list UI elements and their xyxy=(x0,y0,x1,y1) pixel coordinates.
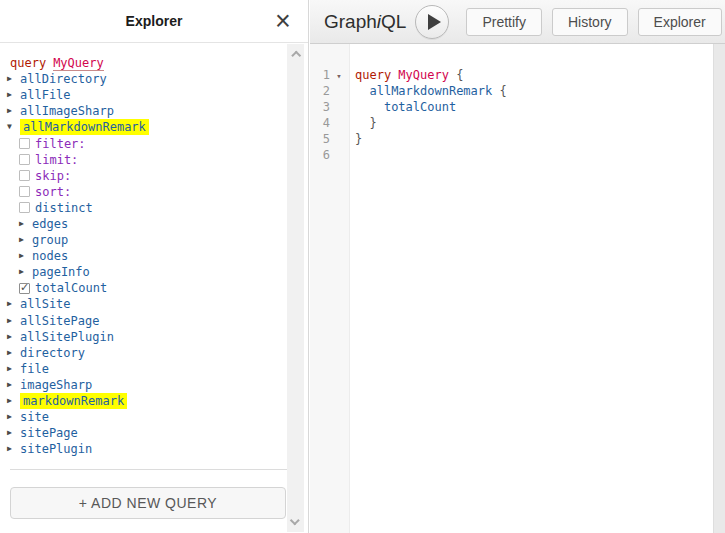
code-line-3[interactable]: totalCount xyxy=(355,100,713,116)
code-token: MyQuery xyxy=(398,68,456,82)
code-line-5[interactable]: } xyxy=(355,132,713,148)
editor-code[interactable]: query MyQuery { allMarkdownRemark { tota… xyxy=(350,44,713,533)
chevron-right-icon[interactable]: ▶ xyxy=(7,397,20,405)
query-root-row[interactable]: query MyQuery xyxy=(7,55,284,71)
line-number: 4 xyxy=(310,116,330,132)
chevron-right-icon[interactable]: ▶ xyxy=(7,75,20,83)
field-label[interactable]: group xyxy=(32,233,68,247)
scroll-up-icon[interactable] xyxy=(287,46,304,61)
code-token: } xyxy=(369,116,376,130)
execute-button[interactable] xyxy=(415,5,449,39)
chevron-right-icon[interactable]: ▶ xyxy=(7,429,20,437)
scroll-down-icon[interactable] xyxy=(287,515,304,530)
tree-row-totalCount[interactable]: totalCount xyxy=(19,280,284,296)
tree-row-allFile[interactable]: ▶allFile xyxy=(7,87,284,103)
explorer-toggle-button[interactable]: Explorer xyxy=(638,8,722,36)
fold-spacer xyxy=(330,148,348,164)
tree-row-skip[interactable]: skip: xyxy=(19,168,284,184)
tree-row-allDirectory[interactable]: ▶allDirectory xyxy=(7,71,284,87)
field-label[interactable]: file xyxy=(20,362,49,376)
argument-label[interactable]: sort: xyxy=(35,185,71,199)
field-label[interactable]: allSitePage xyxy=(20,314,99,328)
field-label[interactable]: sitePage xyxy=(20,426,78,440)
tree-row-allSitePage[interactable]: ▶allSitePage xyxy=(7,313,284,329)
tree-row-directory[interactable]: ▶directory xyxy=(7,345,284,361)
chevron-right-icon[interactable]: ▶ xyxy=(7,365,20,373)
code-line-2[interactable]: allMarkdownRemark { xyxy=(355,84,713,100)
chevron-right-icon[interactable]: ▶ xyxy=(7,413,20,421)
tree-row-allSite[interactable]: ▶allSite xyxy=(7,296,284,312)
tree-row-allSitePlugin[interactable]: ▶allSitePlugin xyxy=(7,329,284,345)
tree-row-sitePage[interactable]: ▶sitePage xyxy=(7,425,284,441)
chevron-right-icon[interactable]: ▶ xyxy=(7,107,20,115)
chevron-right-icon[interactable]: ▶ xyxy=(19,268,32,276)
tree-row-filter[interactable]: filter: xyxy=(19,135,284,151)
field-label[interactable]: allSite xyxy=(20,297,71,311)
field-label[interactable]: directory xyxy=(20,346,85,360)
add-new-query-button[interactable]: + ADD NEW QUERY xyxy=(10,487,286,519)
explorer-panel: Explorer × query MyQuery ▶allDirectory▶a… xyxy=(0,0,309,533)
chevron-right-icon[interactable]: ▶ xyxy=(19,252,32,260)
checkbox[interactable] xyxy=(19,202,30,213)
checkbox[interactable] xyxy=(19,186,30,197)
chevron-right-icon[interactable]: ▶ xyxy=(7,300,20,308)
code-line-6[interactable] xyxy=(355,148,713,164)
checkbox[interactable] xyxy=(19,154,30,165)
field-label[interactable]: markdownRemark xyxy=(20,393,127,409)
tree-row-edges[interactable]: ▶edges xyxy=(19,216,284,232)
chevron-right-icon[interactable]: ▶ xyxy=(19,220,32,228)
field-label[interactable]: allSitePlugin xyxy=(20,330,114,344)
chevron-down-icon[interactable]: ▼ xyxy=(7,123,20,131)
tree-row-imageSharp[interactable]: ▶imageSharp xyxy=(7,377,284,393)
pane-divider[interactable] xyxy=(713,44,725,533)
field-label[interactable]: edges xyxy=(32,217,68,231)
code-line-4[interactable]: } xyxy=(355,116,713,132)
checkbox-checked[interactable] xyxy=(19,283,30,294)
checkbox[interactable] xyxy=(19,138,30,149)
chevron-right-icon[interactable]: ▶ xyxy=(7,349,20,357)
tree-row-sort[interactable]: sort: xyxy=(19,184,284,200)
tree-row-allMarkdownRemark[interactable]: ▼allMarkdownRemark xyxy=(7,119,284,135)
chevron-right-icon[interactable]: ▶ xyxy=(7,91,20,99)
field-label[interactable]: distinct xyxy=(35,201,93,215)
field-label[interactable]: allFile xyxy=(20,88,71,102)
tree-row-nodes[interactable]: ▶nodes xyxy=(19,248,284,264)
field-label[interactable]: allDirectory xyxy=(20,72,107,86)
field-label[interactable]: site xyxy=(20,410,49,424)
tree-row-group[interactable]: ▶group xyxy=(19,232,284,248)
argument-label[interactable]: filter: xyxy=(35,137,86,151)
tree-row-limit[interactable]: limit: xyxy=(19,152,284,168)
chevron-right-icon[interactable]: ▶ xyxy=(7,317,20,325)
field-label[interactable]: allMarkdownRemark xyxy=(20,119,149,135)
explorer-header: Explorer × xyxy=(0,0,308,43)
query-name[interactable]: MyQuery xyxy=(53,56,104,71)
field-label[interactable]: allImageSharp xyxy=(20,104,114,118)
query-editor[interactable]: 1▾23456 query MyQuery { allMarkdownRemar… xyxy=(310,44,713,533)
close-icon[interactable]: × xyxy=(270,6,296,36)
tree-row-allImageSharp[interactable]: ▶allImageSharp xyxy=(7,103,284,119)
tree-row-file[interactable]: ▶file xyxy=(7,361,284,377)
prettify-button[interactable]: Prettify xyxy=(466,8,542,36)
code-line-1[interactable]: query MyQuery { xyxy=(355,68,713,84)
tree-row-markdownRemark[interactable]: ▶markdownRemark xyxy=(7,393,284,409)
field-label[interactable]: imageSharp xyxy=(20,378,92,392)
field-label[interactable]: totalCount xyxy=(35,281,107,295)
tree-row-distinct[interactable]: distinct xyxy=(19,200,284,216)
argument-label[interactable]: limit: xyxy=(35,153,78,167)
tree-row-sitePlugin[interactable]: ▶sitePlugin xyxy=(7,441,284,457)
chevron-right-icon[interactable]: ▶ xyxy=(19,236,32,244)
play-icon xyxy=(428,14,441,30)
chevron-right-icon[interactable]: ▶ xyxy=(7,445,20,453)
tree-row-site[interactable]: ▶site xyxy=(7,409,284,425)
tree-row-pageInfo[interactable]: ▶pageInfo xyxy=(19,264,284,280)
chevron-right-icon[interactable]: ▶ xyxy=(7,333,20,341)
argument-label[interactable]: skip: xyxy=(35,169,71,183)
field-label[interactable]: sitePlugin xyxy=(20,442,92,456)
checkbox[interactable] xyxy=(19,170,30,181)
fold-icon[interactable]: ▾ xyxy=(330,68,348,84)
field-label[interactable]: pageInfo xyxy=(32,265,90,279)
history-button[interactable]: History xyxy=(552,8,628,36)
chevron-right-icon[interactable]: ▶ xyxy=(7,381,20,389)
explorer-scrollbar[interactable] xyxy=(287,44,304,532)
field-label[interactable]: nodes xyxy=(32,249,68,263)
